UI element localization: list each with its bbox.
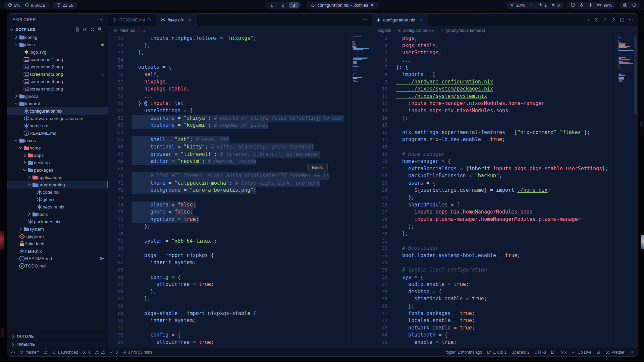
- code-line-93[interactable]: 93 allowUnfree = true;: [108, 339, 349, 346]
- tree-item-desktop[interactable]: desktop: [7, 159, 108, 166]
- code-line-6[interactable]: 6 ...: [372, 57, 615, 64]
- tree-item-git.nix[interactable]: git.nix: [7, 196, 108, 203]
- workspace-button-2[interactable]: 2: [278, 2, 288, 8]
- code-line-86[interactable]: 86 };: [108, 288, 349, 296]
- bluetooth-module[interactable]: [588, 3, 593, 7]
- code-line-38[interactable]: 38 desktop = {: [372, 288, 615, 296]
- scrollbar-thumb[interactable]: [634, 36, 637, 114]
- more-icon[interactable]: [98, 17, 103, 22]
- breadcrumb-item[interactable]: configuration.nix: [397, 28, 434, 33]
- code-line-60[interactable]: 60 } @ inputs: let: [108, 100, 349, 107]
- screenshot-module[interactable]: [623, 3, 628, 7]
- code-line-16[interactable]: 16 nix.settings.experimental-features = …: [372, 129, 615, 136]
- code-line-62[interactable]: 62 username = "shinya"; # konsta or shin…: [108, 115, 349, 122]
- split-icon[interactable]: [620, 17, 625, 22]
- tree-item-code.nix[interactable]: code.nix: [7, 188, 108, 196]
- code-line-3[interactable]: 3 pkgs,: [372, 35, 615, 42]
- code-line-56[interactable]: 56 self,: [108, 71, 349, 78]
- code-line-4[interactable]: 4 pkgs-stable,: [372, 42, 615, 50]
- code-line-43[interactable]: 43 network.enable = true;: [372, 324, 615, 332]
- brightness-module[interactable]: 20%: [510, 3, 525, 8]
- tree-item-todo.md[interactable]: TODO.md: [7, 262, 108, 269]
- code-line-34[interactable]: 34: [372, 259, 615, 266]
- code-line-10[interactable]: 10 ../nixos/system/packages.nix: [372, 85, 615, 93]
- memory-module[interactable]: 9.66GB: [24, 3, 46, 8]
- chevron-right-icon[interactable]: [26, 175, 32, 180]
- time-tracker[interactable]: 3 hrs 53 mins: [122, 350, 152, 355]
- chevron-down-icon[interactable]: [18, 145, 23, 150]
- chevron-down-icon[interactable]: [22, 167, 28, 173]
- code-line-17[interactable]: 17 programs.nix-ld.dev.enable = true;: [372, 136, 615, 143]
- tree-item-hardware-configuration.nix[interactable]: hardware-configuration.nix: [7, 115, 108, 122]
- tree-item-flake.nix[interactable]: flake.nix: [7, 247, 108, 255]
- code-line-52[interactable]: 52 };: [108, 42, 349, 50]
- code-line-83[interactable]: 83: [108, 266, 349, 274]
- warnings[interactable]: 15: [95, 350, 105, 355]
- tree-item-screenshot1.png[interactable]: screenshot1.png: [7, 56, 108, 63]
- code-line-82[interactable]: 82 inherit system;: [108, 259, 349, 266]
- power-module[interactable]: [632, 3, 637, 7]
- code-line-33[interactable]: 33 boot.loader.systemd-boot.enable = tru…: [372, 252, 615, 259]
- code-line-27[interactable]: 27 inputs.sops-nix.homeManagerModules.so…: [372, 208, 615, 216]
- collapse-icon[interactable]: [98, 27, 103, 32]
- code-line-44[interactable]: 44 bluetooth = {: [372, 331, 615, 339]
- code-line-30[interactable]: 30 };: [372, 230, 615, 238]
- battery-module[interactable]: 99%: [597, 3, 612, 8]
- tree-item-.gitignore[interactable]: .gitignore: [7, 233, 108, 240]
- code-line-64[interactable]: 64: [108, 129, 349, 136]
- code-line-15[interactable]: 15: [372, 122, 615, 129]
- chevron-right-icon[interactable]: [13, 94, 19, 99]
- go-live[interactable]: Go Live: [572, 350, 591, 355]
- code-line-40[interactable]: 40 };: [372, 303, 615, 310]
- more-icon[interactable]: [363, 17, 367, 22]
- code-line-36[interactable]: 36 sys = {: [372, 274, 615, 281]
- code-line-8[interactable]: 8 imports = [: [372, 71, 615, 78]
- chevron-down-icon[interactable]: [13, 42, 19, 47]
- tree-item-ginoza[interactable]: ginoza: [7, 93, 108, 100]
- tree-item-home.nix[interactable]: home.nix: [7, 122, 108, 129]
- code-line-42[interactable]: 42 locales.enable = true;: [372, 317, 615, 324]
- code-line-23[interactable]: 23 users = {: [372, 180, 615, 187]
- encoding[interactable]: UTF-8: [535, 350, 546, 355]
- code-line-31[interactable]: 31: [372, 238, 615, 245]
- code-line-29[interactable]: 29 ];: [372, 223, 615, 230]
- new-folder-icon[interactable]: [83, 27, 88, 32]
- indentation[interactable]: Spaces: 2: [512, 350, 529, 355]
- tree-item-apps[interactable]: apps: [7, 152, 108, 159]
- code-line-20[interactable]: 20 home-manager = {: [372, 158, 615, 165]
- code-line-22[interactable]: 22 backupFileExtension = "backup";: [372, 172, 615, 180]
- code-line-21[interactable]: 21 extraSpecialArgs = {inherit inputs pk…: [372, 165, 615, 173]
- code-line-73[interactable]: 73: [108, 194, 349, 201]
- vpn-module[interactable]: [571, 3, 575, 7]
- chevron-right-icon[interactable]: [18, 226, 23, 232]
- chevron-right-icon[interactable]: [13, 35, 19, 40]
- tree-item-flake.lock[interactable]: flake.lock: [7, 240, 108, 247]
- code-line-14[interactable]: 14 ];: [372, 115, 615, 122]
- code-line-67[interactable]: 67 browser = "librewolf"; # firefox, lib…: [108, 151, 349, 158]
- code-line-5[interactable]: 5 userSettings,: [372, 49, 615, 57]
- outline-section-header[interactable]: OUTLINE: [7, 332, 108, 340]
- breadcrumb-item[interactable]: kogami: [378, 28, 391, 33]
- back-icon[interactable]: [603, 17, 607, 22]
- code-line-25[interactable]: 25 };: [372, 194, 615, 201]
- code-line-77[interactable]: 77 };: [108, 223, 349, 230]
- chevron-down-icon[interactable]: [13, 101, 19, 106]
- notifications[interactable]: [630, 350, 634, 355]
- code-line-41[interactable]: 41 fonts.packages = true;: [372, 310, 615, 317]
- tree-item-nixos[interactable]: nixos: [7, 137, 108, 144]
- more-icon[interactable]: [629, 17, 633, 22]
- code-line-85[interactable]: 85 allowUnfree = true;: [108, 281, 349, 288]
- compare-icon[interactable]: [586, 17, 590, 22]
- new-file-icon[interactable]: [75, 27, 80, 32]
- tree-item-programming[interactable]: programming: [7, 181, 108, 188]
- chevron-down-icon[interactable]: [26, 182, 32, 187]
- code-line-76[interactable]: 76 hyprland = true;: [108, 216, 349, 223]
- editor-flake-nix[interactable]: 51 inputs.nixpkgs.follows = "nixpkgs";52…: [108, 35, 372, 348]
- code-line-72[interactable]: 72 background = "aurora_borealis.png";: [108, 187, 349, 194]
- keyboard-layout-module[interactable]: 1: [538, 3, 547, 8]
- code-line-11[interactable]: 11 ../nixos/system/system.nix: [372, 93, 615, 100]
- git-branch[interactable]: master*: [20, 350, 40, 355]
- errors[interactable]: 0: [83, 350, 91, 355]
- code-line-18[interactable]: 18: [372, 143, 615, 151]
- code-line-65[interactable]: 65 shell = "zsh"; # bash, zsh: [108, 136, 349, 143]
